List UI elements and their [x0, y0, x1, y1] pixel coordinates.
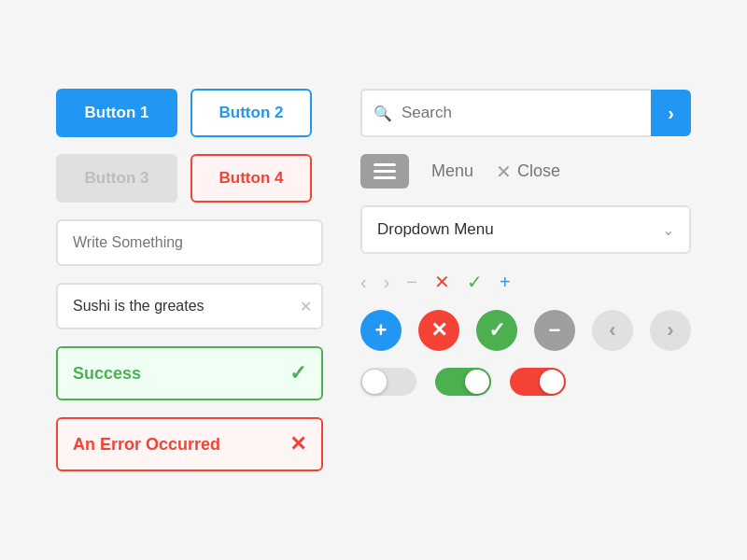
circle-right-button[interactable]: ›: [650, 310, 691, 351]
arrow-right-icon: ›: [668, 103, 674, 124]
toggle-knob-green: [465, 370, 489, 394]
search-icon: 🔍: [374, 105, 392, 122]
right-column: 🔍 › Menu ✕ Close Dropdown Menu ⌄: [342, 89, 710, 471]
hamburger-line-3: [374, 176, 396, 179]
text-input-value-wrapper: ✕: [56, 283, 323, 329]
chevron-left-icon[interactable]: ‹: [360, 272, 367, 293]
button-1[interactable]: Button 1: [56, 89, 177, 137]
circle-icon-row: + ✕ ✓ − ‹ ›: [360, 310, 691, 351]
button-3: Button 3: [56, 154, 177, 203]
toggle-row: [360, 368, 691, 396]
hamburger-line-1: [374, 163, 396, 166]
left-column: Button 1 Button 2 Button 3 Button 4 ✕ Su…: [37, 89, 342, 471]
ui-container: Button 1 Button 2 Button 3 Button 4 ✕ Su…: [37, 51, 710, 509]
success-label: Success: [73, 364, 141, 384]
menu-button[interactable]: [360, 154, 409, 189]
search-input-wrap: 🔍: [360, 89, 651, 137]
chevron-down-icon: ⌄: [662, 221, 674, 239]
circle-left-button[interactable]: ‹: [592, 310, 633, 351]
minus-icon[interactable]: −: [406, 272, 417, 293]
circle-x-button[interactable]: ✕: [418, 310, 459, 351]
toggle-off[interactable]: [360, 368, 416, 396]
text-input-wrapper: [56, 219, 323, 266]
close-button[interactable]: ✕ Close: [496, 161, 560, 183]
toggle-on-green[interactable]: [435, 368, 491, 396]
toggle-knob-red: [540, 370, 564, 394]
search-input[interactable]: [360, 89, 651, 137]
clear-input-icon[interactable]: ✕: [300, 298, 312, 315]
plus-icon[interactable]: +: [500, 272, 511, 293]
success-check-icon: ✓: [289, 361, 306, 385]
button-4[interactable]: Button 4: [190, 154, 312, 203]
circle-minus-button[interactable]: −: [534, 310, 575, 351]
search-submit-button[interactable]: ›: [651, 90, 691, 136]
close-label: Close: [517, 161, 560, 181]
button-row-1: Button 1 Button 2: [56, 89, 323, 137]
chevron-right-icon[interactable]: ›: [384, 272, 390, 293]
menu-close-row: Menu ✕ Close: [360, 154, 691, 189]
x-icon[interactable]: ✕: [434, 271, 450, 293]
write-something-input[interactable]: [56, 219, 323, 266]
sushi-input[interactable]: [56, 283, 323, 329]
toggle-knob-off: [362, 370, 387, 394]
close-x-icon: ✕: [496, 161, 512, 183]
menu-label: Menu: [431, 161, 473, 181]
check-icon[interactable]: ✓: [467, 271, 483, 293]
circle-plus-button[interactable]: +: [360, 310, 402, 351]
error-label: An Error Occurred: [73, 435, 220, 455]
error-box: An Error Occurred ✕: [56, 417, 323, 471]
error-x-icon: ✕: [289, 432, 306, 456]
circle-check-button[interactable]: ✓: [476, 310, 517, 351]
success-box: Success ✓: [56, 346, 323, 400]
hamburger-line-2: [374, 170, 396, 173]
search-row: 🔍 ›: [360, 89, 691, 137]
button-row-2: Button 3 Button 4: [56, 154, 323, 203]
dropdown-label: Dropdown Menu: [377, 220, 494, 239]
toggle-on-red[interactable]: [510, 368, 566, 396]
icon-row: ‹ › − ✕ ✓ +: [360, 271, 691, 293]
button-2[interactable]: Button 2: [190, 89, 312, 137]
dropdown-menu[interactable]: Dropdown Menu ⌄: [360, 205, 691, 254]
